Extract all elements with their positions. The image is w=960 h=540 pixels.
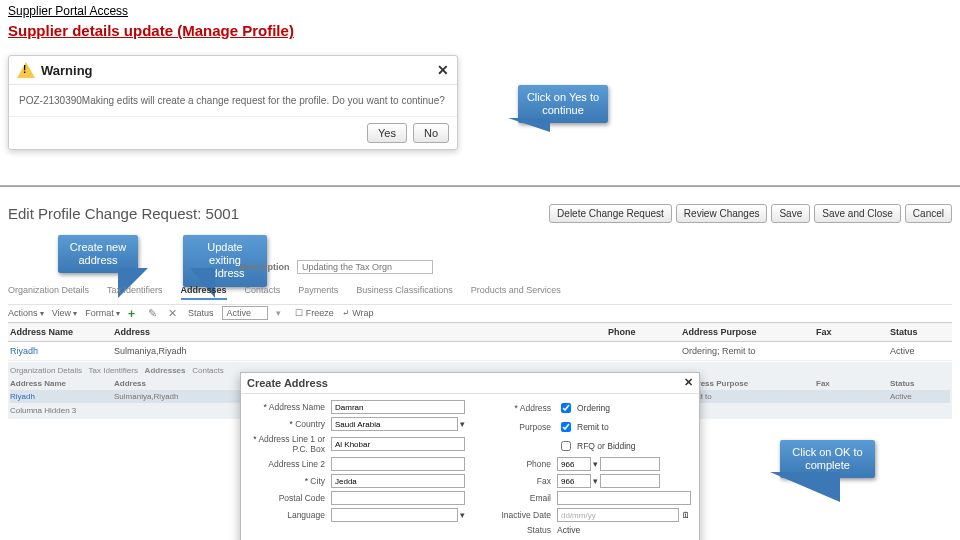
city-input[interactable]: [331, 474, 465, 488]
email-label: Email: [475, 493, 557, 503]
address-line1-input[interactable]: [331, 437, 465, 451]
description-field-row: Description Updating the Tax Orgn: [240, 260, 433, 274]
status-select[interactable]: Active: [222, 306, 269, 320]
tab-addresses[interactable]: Addresses: [181, 285, 227, 300]
language-input[interactable]: [331, 508, 458, 522]
warning-icon: [17, 62, 35, 78]
save-and-close-button[interactable]: Save and Close: [814, 204, 901, 223]
language-label: Language: [249, 510, 331, 520]
postal-code-input[interactable]: [331, 491, 465, 505]
delete-change-request-button[interactable]: Delete Change Request: [549, 204, 672, 223]
address-line1-label: Address Line 1 or P.C. Box: [249, 434, 331, 454]
inactive-date-label: Inactive Date: [475, 510, 557, 520]
ordering-checkbox[interactable]: [561, 403, 571, 413]
purpose-cell: Ordering; Remit to: [682, 346, 812, 356]
tab-organization-details[interactable]: Organization Details: [8, 285, 89, 300]
format-menu[interactable]: Format: [85, 308, 120, 318]
col2-status: Status: [890, 379, 950, 388]
review-changes-button[interactable]: Review Changes: [676, 204, 768, 223]
status-value-modal: Active: [557, 525, 580, 535]
col2-fax: Fax: [816, 379, 886, 388]
fax-dropdown-icon[interactable]: ▾: [591, 476, 600, 486]
freeze-toggle[interactable]: Freeze: [306, 308, 334, 318]
row2-status: Active: [890, 392, 950, 401]
edit-profile-bar: Edit Profile Change Request: 5001 Delete…: [8, 200, 952, 226]
create-address-dialog: Create Address ✕ Address Name Country ▾ …: [240, 372, 700, 540]
description-label: Description: [240, 262, 290, 272]
country-input[interactable]: [331, 417, 458, 431]
edit-profile-actions: Delete Change Request Review Changes Sav…: [549, 204, 952, 223]
phone-cell: [608, 346, 678, 356]
row2-purpose: Remit to: [682, 392, 812, 401]
create-address-title: Create Address: [247, 377, 328, 389]
fax-cell: [816, 346, 886, 356]
purpose-label: Purpose: [475, 422, 557, 432]
tab-tax-identifiers[interactable]: Tax Identifiers: [107, 285, 163, 300]
phone-cc-input[interactable]: [557, 457, 591, 471]
language-dropdown-icon[interactable]: ▾: [458, 510, 465, 520]
phone-input[interactable]: [600, 457, 660, 471]
address-toolbar: Actions View Format + ✎ ✕ Status Active …: [8, 302, 952, 324]
slide-title-small: Supplier Portal Access: [8, 4, 128, 18]
cancel-button[interactable]: Cancel: [905, 204, 952, 223]
status-cell: Active: [890, 346, 950, 356]
city-label: City: [249, 476, 331, 486]
phone-dropdown-icon[interactable]: ▾: [591, 459, 600, 469]
col-address: Address: [114, 327, 604, 337]
close-icon[interactable]: ✕: [437, 62, 449, 78]
create-address-body: Address Name Country ▾ Address Line 1 or…: [241, 394, 699, 540]
address-name-link[interactable]: Riyadh: [10, 346, 110, 356]
save-button[interactable]: Save: [771, 204, 810, 223]
tab2-addr: Addresses: [145, 366, 186, 375]
address-cell: Sulmaniya,Riyadh: [114, 346, 604, 356]
rfq-checkbox[interactable]: [561, 441, 571, 451]
address-table: Address Name Address Phone Address Purpo…: [8, 322, 952, 361]
col-address-name: Address Name: [10, 327, 110, 337]
address-table-row[interactable]: Riyadh Sulmaniya,Riyadh Ordering; Remit …: [8, 342, 952, 361]
warning-header: Warning ✕: [9, 56, 457, 85]
yes-button[interactable]: Yes: [367, 123, 407, 143]
wrap-toggle[interactable]: Wrap: [352, 308, 373, 318]
address-name-input[interactable]: [331, 400, 465, 414]
warning-body: POZ-2130390Making edits will create a ch…: [9, 85, 457, 116]
plus-icon[interactable]: +: [128, 307, 140, 319]
status-label: Status: [188, 308, 214, 318]
tab-payments[interactable]: Payments: [298, 285, 338, 300]
edit-profile-title: Edit Profile Change Request: 5001: [8, 205, 239, 222]
no-button[interactable]: No: [413, 123, 449, 143]
pencil-icon[interactable]: ✎: [148, 307, 160, 319]
col2-purpose: Address Purpose: [682, 379, 812, 388]
ordering-label: Ordering: [577, 403, 610, 413]
tab2-contacts: Contacts: [192, 366, 224, 375]
warning-footer: Yes No: [9, 116, 457, 149]
close-icon[interactable]: ✕: [684, 376, 693, 389]
col-phone: Phone: [608, 327, 678, 337]
tab-products-and-services[interactable]: Products and Services: [471, 285, 561, 300]
country-search-icon[interactable]: ▾: [458, 419, 465, 429]
tab-contacts[interactable]: Contacts: [245, 285, 281, 300]
warning-dialog: Warning ✕ POZ-2130390Making edits will c…: [8, 55, 458, 150]
callout-yes-arrow: [508, 118, 550, 132]
view-menu[interactable]: View: [52, 308, 78, 318]
address-line2-label: Address Line 2: [249, 459, 331, 469]
email-input[interactable]: [557, 491, 691, 505]
tab2-tax: Tax Identifiers: [89, 366, 138, 375]
col-fax: Fax: [816, 327, 886, 337]
address-name-label: Address Name: [249, 402, 331, 412]
address-line2-input[interactable]: [331, 457, 465, 471]
remit-checkbox[interactable]: [561, 422, 571, 432]
fax-label: Fax: [475, 476, 557, 486]
actions-menu[interactable]: Actions: [8, 308, 44, 318]
calendar-icon[interactable]: 🗓: [679, 510, 691, 520]
col-purpose: Address Purpose: [682, 327, 812, 337]
inactive-date-input[interactable]: [557, 508, 679, 522]
tab-business-classifications[interactable]: Business Classifications: [356, 285, 453, 300]
description-value[interactable]: Updating the Tax Orgn: [297, 260, 433, 274]
address-purpose-address-label: Address: [475, 403, 557, 413]
fax-cc-input[interactable]: [557, 474, 591, 488]
row2-name[interactable]: Riyadh: [10, 392, 110, 401]
warning-title: Warning: [41, 63, 93, 78]
col2-name: Address Name: [10, 379, 110, 388]
fax-input[interactable]: [600, 474, 660, 488]
delete-icon[interactable]: ✕: [168, 307, 180, 319]
